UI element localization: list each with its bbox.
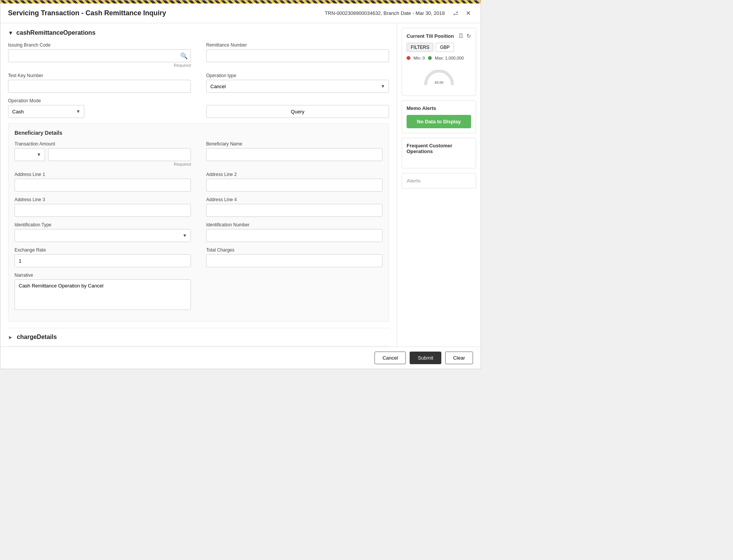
clear-button[interactable]: Clear — [445, 352, 473, 364]
row-opmode-query: Operation Mode Cash Transfer Cheque ▼ Qu… — [8, 98, 389, 118]
max-dot-icon — [428, 56, 432, 60]
address-line2-input[interactable] — [206, 179, 383, 192]
min-max-row: Min: 0 Max: 1,000,000 — [407, 56, 471, 60]
form-area: ▼ cashRemittanceOperations Issuing Branc… — [0, 23, 397, 347]
group-address4: Address Line 4 — [206, 197, 383, 217]
address-line1-input[interactable] — [15, 179, 191, 192]
row-testkey-optype: Test Key Number Operation type Cancel Is… — [8, 73, 389, 93]
label-transaction-amount: Transaction Amount — [15, 141, 191, 147]
label-address1: Address Line 1 — [15, 172, 191, 177]
query-button[interactable]: Query — [206, 105, 389, 118]
label-beneficiary-name: Beneficiary Name — [206, 141, 383, 147]
group-issuing-branch: Issuing Branch Code 🔍 Required — [8, 42, 191, 68]
frequent-customer-title: Frequent Customer Operations — [407, 143, 471, 154]
till-position-title: Current Till Position — [407, 33, 454, 39]
label-issuing-branch: Issuing Branch Code — [8, 42, 191, 48]
required-note-amount: Required — [15, 162, 191, 166]
group-test-key: Test Key Number — [8, 73, 191, 93]
group-total-charges: Total Charges — [206, 247, 383, 267]
group-id-type: Identification Type ▼ — [15, 222, 191, 242]
row-txn-amount-bene-name: Transaction Amount GBP USD ▼ — [15, 141, 383, 166]
identification-number-input[interactable] — [206, 229, 383, 242]
stripe-bar — [0, 0, 481, 3]
group-exchange-rate: Exchange Rate — [15, 247, 191, 267]
issuing-branch-code-input[interactable] — [8, 49, 191, 62]
charge-details-title: chargeDetails — [17, 334, 57, 341]
amount-input[interactable] — [48, 148, 191, 161]
group-remittance-number: Remittance Number — [206, 42, 389, 68]
sidebar: Current Till Position ☶ ↻ FILTERS GBP Mi… — [397, 23, 481, 347]
operation-mode-select[interactable]: Cash Transfer Cheque — [8, 105, 84, 118]
label-operation-mode: Operation Mode — [8, 98, 191, 103]
label-test-key: Test Key Number — [8, 73, 191, 78]
group-address3: Address Line 3 — [15, 197, 191, 217]
test-key-number-input[interactable] — [8, 80, 191, 93]
operation-type-select[interactable]: Cancel Issue Amend Liquidation — [206, 80, 389, 93]
label-narrative: Narrative — [15, 273, 191, 278]
gauge-chart: £0.00 — [424, 70, 454, 85]
total-charges-input[interactable] — [206, 254, 383, 267]
group-operation-type: Operation type Cancel Issue Amend Liquid… — [206, 73, 389, 93]
label-address4: Address Line 4 — [206, 197, 383, 202]
label-exchange-rate: Exchange Rate — [15, 247, 191, 253]
remittance-number-input[interactable] — [206, 49, 389, 62]
main-content: ▼ cashRemittanceOperations Issuing Branc… — [0, 23, 481, 347]
narrative-textarea[interactable]: Cash Remittance Operation by Cancel — [15, 279, 191, 310]
cancel-button[interactable]: Cancel — [375, 352, 406, 364]
till-filter-row: FILTERS GBP — [407, 43, 471, 52]
currency-select[interactable]: GBP USD — [15, 148, 45, 161]
beneficiary-name-input[interactable] — [206, 148, 383, 161]
group-address1: Address Line 1 — [15, 172, 191, 192]
exchange-rate-input[interactable] — [15, 254, 191, 267]
alerts-title: Alerts — [407, 178, 471, 184]
group-id-number: Identification Number — [206, 222, 383, 242]
required-note-branch: Required — [8, 63, 191, 68]
currency-button[interactable]: GBP — [436, 43, 454, 52]
charge-details-toggle-icon: ► — [8, 334, 13, 340]
till-position-card: Current Till Position ☶ ↻ FILTERS GBP Mi… — [402, 28, 476, 96]
min-label: Min: 0 — [413, 56, 425, 60]
window-controls: ⥄ ✕ — [451, 9, 473, 18]
label-operation-type: Operation type — [206, 73, 389, 78]
gauge-container: £0.00 — [407, 64, 471, 91]
cash-remittance-section-header: ▼ cashRemittanceOperations — [8, 29, 389, 36]
filters-button[interactable]: FILTERS — [407, 43, 433, 52]
till-position-header: Current Till Position ☶ ↻ — [407, 33, 471, 39]
id-type-select[interactable] — [15, 229, 191, 242]
title-bar-right: TRN-0002308900034632, Branch Date - Mar … — [325, 9, 473, 18]
label-address3: Address Line 3 — [15, 197, 191, 202]
group-transaction-amount: Transaction Amount GBP USD ▼ — [15, 141, 191, 166]
label-id-type: Identification Type — [15, 222, 191, 228]
memo-alerts-card: Memo Alerts No Data to Display — [402, 100, 476, 133]
filter-icon-button[interactable]: ☶ — [459, 33, 463, 39]
memo-no-data: No Data to Display — [407, 115, 471, 128]
beneficiary-details-section: Beneficiary Details Transaction Amount G… — [8, 123, 389, 322]
label-id-number: Identification Number — [206, 222, 383, 228]
group-narrative: Narrative Cash Remittance Operation by C… — [15, 273, 191, 310]
address-line3-input[interactable] — [15, 204, 191, 217]
min-dot-icon — [407, 56, 410, 60]
row-addr1-addr2: Address Line 1 Address Line 2 — [15, 172, 383, 192]
row-exchange-total: Exchange Rate Total Charges — [15, 247, 383, 267]
refresh-icon-button[interactable]: ↻ — [467, 33, 471, 39]
transaction-info: TRN-0002308900034632, Branch Date - Mar … — [325, 10, 445, 16]
row-id-type-id-number: Identification Type ▼ Identification Num… — [15, 222, 383, 242]
input-wrapper-issuing-branch: 🔍 — [8, 49, 191, 62]
operation-type-wrapper: Cancel Issue Amend Liquidation ▼ — [206, 80, 389, 93]
search-icon-button[interactable]: 🔍 — [180, 52, 188, 60]
group-address2: Address Line 2 — [206, 172, 383, 192]
close-button[interactable]: ✕ — [463, 9, 473, 18]
max-label: Max: 1,000,000 — [435, 56, 464, 60]
submit-button[interactable]: Submit — [410, 352, 441, 364]
resize-button[interactable]: ⥄ — [451, 9, 460, 18]
address-line4-input[interactable] — [206, 204, 383, 217]
charge-details-section[interactable]: ► chargeDetails — [8, 328, 389, 346]
svg-text:£0.00: £0.00 — [434, 81, 443, 84]
group-operation-mode: Operation Mode Cash Transfer Cheque ▼ — [8, 98, 191, 118]
row-addr3-addr4: Address Line 3 Address Line 4 — [15, 197, 383, 217]
label-remittance-number: Remittance Number — [206, 42, 389, 48]
page-title: Servicing Transaction - Cash Remittance … — [8, 9, 166, 17]
memo-alerts-title: Memo Alerts — [407, 105, 471, 111]
bottom-bar: Cancel Submit Clear — [0, 347, 481, 369]
section-collapse-toggle[interactable]: ▼ — [8, 30, 13, 36]
